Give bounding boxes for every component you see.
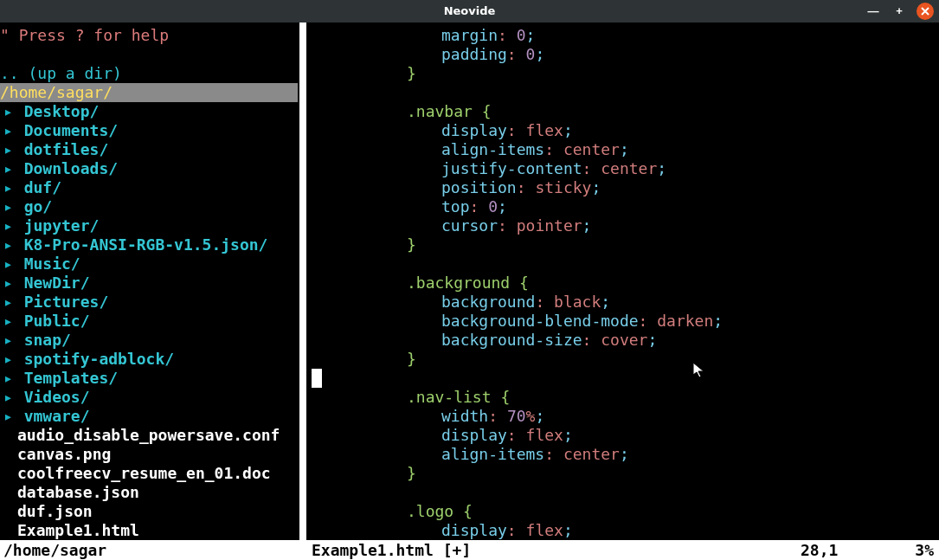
tree-up-dir[interactable]: .. (up a dir) (0, 64, 298, 83)
tree-dir[interactable]: ▸ Templates/ (0, 369, 298, 388)
code-line: width: 70%; (338, 407, 939, 426)
split-separator[interactable] (298, 23, 312, 540)
status-bar: /home/sagar Example1.html [+] 28,1 3% (0, 540, 939, 560)
code-line: } (338, 350, 939, 369)
window-controls: — + (865, 3, 934, 20)
maximize-button[interactable]: + (891, 3, 908, 20)
code-line (338, 369, 939, 388)
code-line: display: flex; (338, 521, 939, 540)
code-line: .navbar { (338, 102, 939, 121)
tree-dir[interactable]: ▸ jupyter/ (0, 216, 298, 235)
code-editor[interactable]: margin: 0;padding: 0;}.navbar {display: … (312, 23, 939, 540)
tree-dir[interactable]: ▸ spotify-adblock/ (0, 350, 298, 369)
tree-dir[interactable]: ▸ Videos/ (0, 388, 298, 407)
code-line (338, 254, 939, 274)
tree-file[interactable]: canvas.png (0, 445, 298, 464)
tree-file[interactable]: Example1.html (0, 521, 298, 540)
minimize-button[interactable]: — (865, 3, 882, 20)
code-line: background-size: cover; (338, 331, 939, 350)
code-line: align-items: center; (338, 445, 939, 464)
code-line: } (338, 64, 939, 83)
status-position: 28,1 (801, 541, 904, 560)
tree-file[interactable]: database.json (0, 483, 298, 502)
status-percent: 3% (904, 541, 939, 560)
code-line: display: flex; (338, 426, 939, 445)
tree-dir[interactable]: ▸ Documents/ (0, 121, 298, 140)
code-line (338, 83, 939, 102)
window-titlebar: Neovide — + (0, 0, 939, 23)
code-line: background: black; (338, 293, 939, 312)
code-line: } (338, 464, 939, 483)
code-line: top: 0; (338, 197, 939, 216)
code-line (338, 483, 939, 502)
tree-dir[interactable]: ▸ K8-Pro-ANSI-RGB-v1.5.json/ (0, 235, 298, 254)
tree-dir[interactable]: ▸ Public/ (0, 312, 298, 331)
status-filename: Example1.html [+] (308, 541, 801, 560)
tree-help-line: " Press ? for help (0, 26, 298, 45)
code-line: .nav-list { (338, 388, 939, 407)
tree-file[interactable]: coolfreecv_resume_en_01.doc (0, 464, 298, 483)
code-line: background-blend-mode: darken; (338, 312, 939, 331)
code-line: .background { (338, 274, 939, 293)
code-line: } (338, 235, 939, 254)
tree-file[interactable]: duf.json (0, 502, 298, 521)
editor-cursor (312, 369, 322, 388)
code-line: cursor: pointer; (338, 216, 939, 235)
tree-dir[interactable]: ▸ NewDir/ (0, 274, 298, 293)
window-title: Neovide (444, 2, 496, 21)
tree-dir[interactable]: ▸ Pictures/ (0, 293, 298, 312)
file-tree[interactable]: " Press ? for help.. (up a dir)/home/sag… (0, 23, 298, 540)
main-content: " Press ? for help.. (up a dir)/home/sag… (0, 23, 939, 540)
tree-dir[interactable]: ▸ Downloads/ (0, 159, 298, 178)
tree-dir[interactable]: ▸ go/ (0, 197, 298, 216)
code-line: padding: 0; (338, 45, 939, 64)
status-tree-path: /home/sagar (0, 541, 308, 560)
tree-dir[interactable]: ▸ snap/ (0, 331, 298, 350)
tree-dir[interactable]: ▸ Music/ (0, 254, 298, 274)
close-button[interactable] (916, 3, 934, 20)
code-line: display: flex; (338, 121, 939, 140)
code-line: align-items: center; (338, 140, 939, 159)
code-line: position: sticky; (338, 178, 939, 197)
tree-dir[interactable]: ▸ vmware/ (0, 407, 298, 426)
tree-blank (0, 45, 298, 64)
tree-current-path: /home/sagar/ (0, 83, 298, 102)
tree-dir[interactable]: ▸ Desktop/ (0, 102, 298, 121)
tree-dir[interactable]: ▸ duf/ (0, 178, 298, 197)
code-line: margin: 0; (338, 26, 939, 45)
tree-file[interactable]: audio_disable_powersave.conf (0, 426, 298, 445)
tree-dir[interactable]: ▸ dotfiles/ (0, 140, 298, 159)
code-line: justify-content: center; (338, 159, 939, 178)
code-line: .logo { (338, 502, 939, 521)
